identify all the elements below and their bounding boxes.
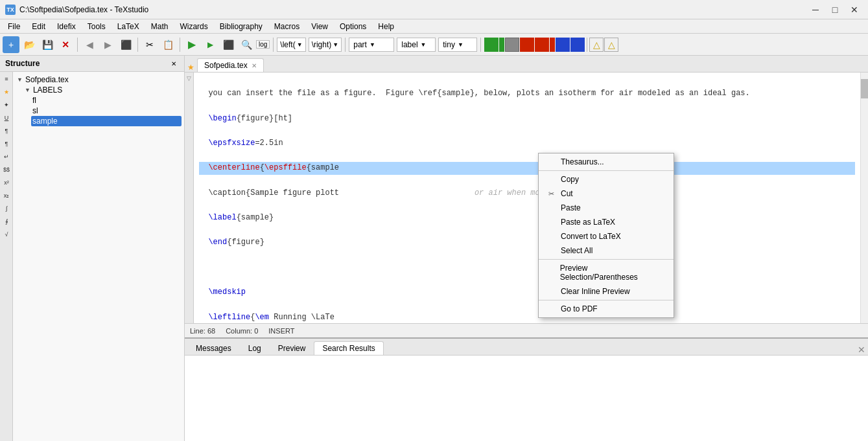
tree-label-labels: LABELS (33, 85, 62, 95)
menu-view[interactable]: View (306, 21, 333, 32)
sidebar-icon-superscript[interactable]: x² (1, 177, 12, 188)
close-doc-button[interactable]: ✕ (57, 36, 74, 53)
left-bracket-dropdown[interactable]: \left( ▼ (277, 38, 305, 52)
menu-idefix[interactable]: Idefix (52, 21, 81, 32)
math-btn-6[interactable] (550, 38, 555, 52)
sidebar-close-button[interactable]: ✕ (169, 58, 179, 69)
scrollbar-thumb[interactable] (861, 79, 868, 98)
close-button[interactable]: ✕ (846, 3, 863, 16)
ctx-select-all[interactable]: Select All (539, 243, 674, 258)
compile-button[interactable]: ▶ (202, 36, 218, 53)
math-btn-8[interactable] (570, 38, 585, 52)
bottom-panel-close-button[interactable]: ✕ (858, 345, 865, 355)
open-button[interactable]: 📂 (21, 36, 38, 53)
math-btn-2[interactable] (499, 38, 504, 52)
editor-content[interactable]: you can insert the file as a figure. Fig… (194, 73, 860, 323)
menu-tools[interactable]: Tools (82, 21, 111, 32)
ctx-copy[interactable]: Copy (539, 172, 674, 187)
code-line-7: \end{figure} (199, 236, 855, 249)
redo-button[interactable]: ▶ (99, 36, 116, 53)
sidebar-icon-para1[interactable]: ¶ (1, 125, 12, 137)
math-btn-5[interactable] (535, 38, 549, 52)
menu-options[interactable]: Options (334, 21, 371, 32)
nav-button[interactable]: ⬛ (117, 36, 134, 53)
tree-item-sl[interactable]: sl (31, 106, 182, 116)
menu-file[interactable]: File (3, 21, 25, 32)
sidebar-icon-subscript[interactable]: x₂ (1, 190, 12, 201)
ctx-paste[interactable]: Paste (539, 201, 674, 215)
ctx-cut[interactable]: ✂ Cut (539, 187, 674, 201)
sidebar-icon-sqrt[interactable]: √ (1, 229, 12, 240)
editor-tab[interactable]: Sofpedia.tex ✕ (197, 58, 264, 72)
math-btn-3[interactable] (505, 38, 519, 52)
editor-scrollbar[interactable] (860, 73, 868, 323)
ctx-paste-as-latex[interactable]: Paste as LaTeX (539, 215, 674, 229)
build-view-button[interactable]: ▶ (183, 36, 200, 53)
tiny-arrow[interactable]: ▼ (458, 41, 463, 48)
bottom-tab-messages[interactable]: Messages (187, 341, 240, 355)
sidebar-title: Structure (5, 59, 40, 68)
ctx-convert-to-latex[interactable]: Convert to LaTeX (539, 229, 674, 243)
tab-filename: Sofpedia.tex (204, 61, 248, 70)
triangle-btn-2[interactable]: △ (604, 38, 618, 52)
menu-latex[interactable]: LaTeX (112, 21, 145, 32)
sidebar-icon-integral[interactable]: ∫ (1, 203, 12, 214)
tree-item-sample[interactable]: sample (31, 116, 182, 126)
maximize-button[interactable]: □ (827, 3, 843, 16)
tab-close-button[interactable]: ✕ (252, 62, 257, 69)
tiny-dropdown[interactable]: tiny ▼ (438, 38, 477, 52)
left-bracket-arrow[interactable]: ▼ (297, 41, 303, 48)
sidebar-tree: ▼ Sofpedia.tex ▼ LABELS fl (13, 72, 184, 441)
log-button[interactable]: log (256, 40, 270, 49)
label-dropdown[interactable]: label ▼ (397, 38, 436, 52)
undo-button[interactable]: ◀ (81, 36, 98, 53)
save-button[interactable]: 💾 (39, 36, 56, 53)
label-arrow[interactable]: ▼ (421, 41, 427, 48)
menu-math[interactable]: Math (146, 21, 174, 32)
math-btn-4[interactable] (520, 38, 534, 52)
stop-button[interactable]: ⬛ (220, 36, 237, 53)
right-bracket-arrow[interactable]: ▼ (333, 41, 338, 48)
triangle-btn-1[interactable]: △ (589, 38, 604, 52)
menu-help[interactable]: Help (373, 21, 399, 32)
menu-edit[interactable]: Edit (27, 21, 51, 32)
math-btn-1[interactable] (484, 38, 499, 52)
sidebar-icon-star[interactable]: ✦ (1, 99, 12, 111)
fold-arrow-1[interactable]: ▽ (187, 74, 191, 83)
cut-toolbar-button[interactable]: ✂ (141, 36, 158, 53)
part-label: part (353, 40, 367, 49)
code-line-6: \label{sample} (199, 212, 855, 224)
menu-macros[interactable]: Macros (269, 21, 305, 32)
ctx-select-all-label: Select All (561, 246, 592, 255)
ctx-go-to-pdf[interactable]: Go to PDF (539, 302, 674, 316)
sidebar-icon-para2[interactable]: ¶ (1, 138, 12, 150)
sidebar-icon-list[interactable]: ≡ (1, 73, 12, 85)
bottom-tab-search-results-label: Search Results (322, 344, 375, 353)
minimize-button[interactable]: ─ (807, 3, 824, 16)
tree-item-fl[interactable]: fl (31, 95, 182, 106)
right-bracket-dropdown[interactable]: \right) ▼ (309, 38, 342, 52)
bottom-tab-log[interactable]: Log (240, 341, 270, 355)
menu-bibliography[interactable]: Bibliography (215, 21, 268, 32)
bottom-tab-preview[interactable]: Preview (270, 341, 314, 355)
paste-toolbar-button[interactable]: 📋 (159, 36, 176, 53)
tree-item-labels[interactable]: ▼ LABELS (23, 85, 182, 95)
sidebar-icon-bookmark[interactable]: ★ (1, 86, 12, 98)
part-arrow[interactable]: ▼ (369, 41, 375, 48)
math-btn-7[interactable] (556, 38, 570, 52)
part-dropdown[interactable]: part ▼ (349, 38, 394, 52)
sidebar-icon-u[interactable]: U (1, 112, 12, 124)
ctx-thesaurus[interactable]: Thesaurus... (539, 155, 674, 169)
sidebar-icon-integral2[interactable]: ∮ (1, 216, 12, 227)
sidebar-icon-dollar[interactable]: $$ (1, 164, 12, 175)
right-bracket-label: \right) (312, 40, 332, 49)
view-button[interactable]: 🔍 (238, 36, 255, 53)
sidebar-icon-return[interactable]: ↵ (1, 151, 12, 163)
ctx-preview-selection[interactable]: Preview Selection/Parentheses (539, 261, 674, 284)
tree-item-root[interactable]: ▼ Sofpedia.tex (16, 74, 182, 85)
new-button[interactable]: + (3, 36, 19, 53)
bottom-tab-search-results[interactable]: Search Results (314, 341, 383, 355)
menu-wizards[interactable]: Wizards (174, 21, 213, 32)
ctx-clear-inline-preview[interactable]: Clear Inline Preview (539, 284, 674, 299)
ctx-copy-label: Copy (561, 175, 579, 184)
